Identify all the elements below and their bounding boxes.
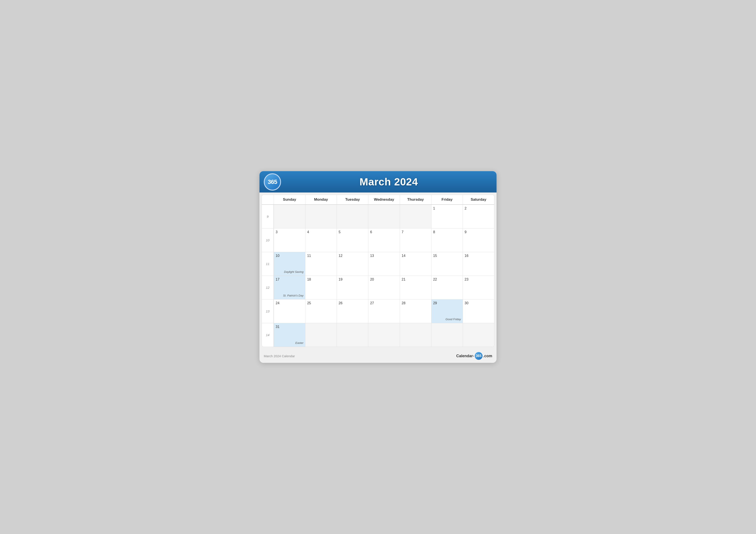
brand-prefix: Calendar- [456, 354, 474, 358]
day-cell-6: 6 [368, 228, 399, 252]
day-cell-30: 30 [463, 299, 494, 323]
day-cell-8: 8 [431, 228, 463, 252]
event-label: Daylight Saving [284, 270, 304, 273]
dow-cell-thursday: Thursday [400, 195, 431, 204]
day-number: 16 [465, 254, 493, 258]
day-number: 9 [465, 230, 493, 234]
footer-brand: Calendar-365.com [456, 352, 492, 360]
day-cell-31: 31Easter [274, 323, 305, 347]
day-number: 27 [370, 301, 398, 305]
day-number: 29 [433, 301, 461, 305]
day-cell-empty-w5d2 [337, 323, 368, 347]
event-label: Good Friday [446, 318, 461, 321]
brand-suffix: .com [483, 354, 492, 358]
dow-cell-wednesday: Wednesday [368, 195, 399, 204]
day-cell-11: 11 [305, 252, 337, 276]
day-cell-empty-w0d3 [368, 205, 399, 228]
day-number: 2 [465, 207, 493, 210]
day-cell-1: 1 [431, 205, 463, 228]
day-number: 8 [433, 230, 461, 234]
day-number: 24 [276, 301, 304, 305]
day-number: 22 [433, 278, 461, 281]
brand-365-badge: 365 [475, 352, 482, 360]
day-number: 12 [338, 254, 366, 258]
day-cell-14: 14 [400, 252, 431, 276]
week-num-2: 11 [262, 252, 274, 276]
dow-cell-saturday: Saturday [463, 195, 494, 204]
day-cell-28: 28 [400, 299, 431, 323]
day-number: 28 [402, 301, 429, 305]
day-cell-empty-w5d1 [305, 323, 337, 347]
day-cell-empty-w0d1 [305, 205, 337, 228]
logo-badge: 365 [264, 173, 281, 191]
day-cell-26: 26 [337, 299, 368, 323]
calendar-body: SundayMondayTuesdayWednesdayThursdayFrid… [262, 195, 494, 347]
day-number: 31 [276, 325, 304, 329]
day-number: 11 [307, 254, 335, 258]
day-number: 30 [465, 301, 493, 305]
day-cell-15: 15 [431, 252, 463, 276]
day-cell-21: 21 [400, 276, 431, 299]
day-number: 4 [307, 230, 335, 234]
day-cell-23: 23 [463, 276, 494, 299]
day-cell-empty-w5d3 [368, 323, 399, 347]
days-of-week-header: SundayMondayTuesdayWednesdayThursdayFrid… [262, 195, 494, 205]
day-cell-3: 3 [274, 228, 305, 252]
day-number: 10 [276, 254, 304, 258]
day-number: 13 [370, 254, 398, 258]
day-number: 15 [433, 254, 461, 258]
day-cell-18: 18 [305, 276, 337, 299]
day-cell-25: 25 [305, 299, 337, 323]
day-cell-29: 29Good Friday [431, 299, 463, 323]
day-cell-27: 27 [368, 299, 399, 323]
day-cell-empty-w0d2 [337, 205, 368, 228]
day-cell-empty-w5d5 [431, 323, 463, 347]
day-cell-empty-w0d4 [400, 205, 431, 228]
day-cell-4: 4 [305, 228, 337, 252]
week-num-0: 9 [262, 205, 274, 228]
day-cell-19: 19 [337, 276, 368, 299]
day-cell-13: 13 [368, 252, 399, 276]
day-number: 20 [370, 278, 398, 281]
day-number: 26 [338, 301, 366, 305]
footer-label: March 2024 Calendar [264, 354, 295, 358]
calendar-container: 365 March 2024 SundayMondayTuesdayWednes… [259, 171, 497, 363]
day-cell-20: 20 [368, 276, 399, 299]
day-number: 3 [276, 230, 304, 234]
day-number: 5 [338, 230, 366, 234]
day-cell-24: 24 [274, 299, 305, 323]
dow-cell-monday: Monday [305, 195, 337, 204]
calendar-title: March 2024 [360, 176, 418, 188]
event-label: Easter [295, 341, 304, 344]
day-number: 18 [307, 278, 335, 281]
day-number: 25 [307, 301, 335, 305]
dow-cell-sunday: Sunday [274, 195, 305, 204]
day-number: 14 [402, 254, 429, 258]
day-cell-empty-w5d6 [463, 323, 494, 347]
day-number: 23 [465, 278, 493, 281]
day-number: 7 [402, 230, 429, 234]
day-number: 17 [276, 278, 304, 281]
week-num-5: 14 [262, 323, 274, 347]
day-number: 19 [338, 278, 366, 281]
day-number: 1 [433, 207, 461, 210]
calendar-header: 365 March 2024 [259, 171, 497, 192]
day-cell-7: 7 [400, 228, 431, 252]
day-cell-5: 5 [337, 228, 368, 252]
day-cell-12: 12 [337, 252, 368, 276]
week-num-4: 13 [262, 299, 274, 323]
week-num-spacer [262, 195, 274, 204]
event-label: St. Patrick's Day [283, 294, 304, 297]
dow-cell-friday: Friday [431, 195, 463, 204]
week-num-3: 12 [262, 276, 274, 299]
day-cell-9: 9 [463, 228, 494, 252]
day-cell-22: 22 [431, 276, 463, 299]
calendar-grid: 9121034567891110Daylight Saving111213141… [262, 205, 494, 347]
day-cell-17: 17St. Patrick's Day [274, 276, 305, 299]
day-cell-empty-w5d4 [400, 323, 431, 347]
day-number: 6 [370, 230, 398, 234]
week-num-1: 10 [262, 228, 274, 252]
calendar-footer: March 2024 Calendar Calendar-365.com [259, 349, 497, 363]
day-cell-10: 10Daylight Saving [274, 252, 305, 276]
day-cell-empty-w0d0 [274, 205, 305, 228]
